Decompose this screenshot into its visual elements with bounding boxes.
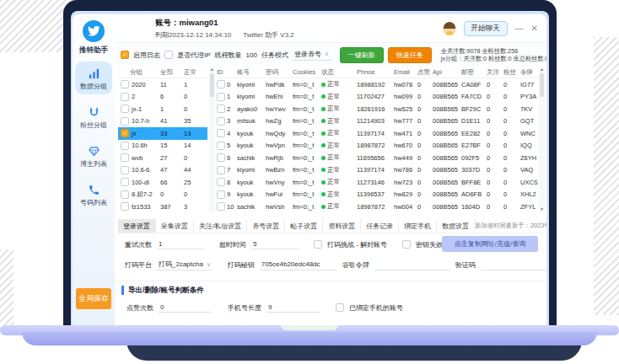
row-checkbox[interactable] — [121, 153, 129, 162]
row-checkbox[interactable] — [121, 178, 129, 186]
cell-Email: hw786 — [394, 166, 417, 174]
account-table-scrollbar[interactable]: ▲ ▼ — [539, 67, 545, 212]
cell-账号: sachik — [237, 203, 266, 211]
group-row[interactable]: jx-110 — [118, 103, 207, 115]
sidebar: 推特助手 数据分组粉丝分组博主列表号码列表 全局保存 — [73, 14, 116, 329]
row-checkbox[interactable] — [217, 190, 225, 199]
account-row[interactable]: 9kyoukhwFuifm=0;_t正常11396537hw8290008B56… — [217, 189, 539, 201]
tab-采集设置[interactable]: 采集设置 — [156, 219, 194, 233]
scroll-down-icon[interactable]: ▼ — [539, 206, 545, 212]
row-checkbox[interactable] — [121, 166, 129, 174]
account-row[interactable]: 0kiyomihwPdkfm=0;_t正常18988192hw0780008B5… — [217, 78, 539, 91]
tab-关注/私信设置[interactable]: 关注/私信设置 — [194, 219, 247, 233]
key-invalid-checkbox[interactable] — [402, 240, 411, 249]
cell-ID: 7 — [217, 166, 237, 174]
timeout-label: 超时时间 — [219, 240, 246, 249]
phone-length-input[interactable]: 9 — [266, 302, 320, 313]
tab-数据设置[interactable]: 数据设置 — [437, 219, 475, 233]
group-row[interactable]: wvb270 — [118, 152, 207, 164]
group-row[interactable]: 100-dl6625 — [118, 176, 207, 189]
row-checkbox[interactable]: ✓ — [121, 129, 129, 137]
twitter-logo-icon — [83, 20, 105, 42]
refresh-button[interactable]: 一键刷新 — [340, 47, 384, 63]
group-table-scrollbar[interactable]: ▲ — [209, 67, 215, 212]
retry-input[interactable]: 1 — [157, 239, 204, 249]
captcha-secret-input[interactable]: 705ce4b20edc48dc — [260, 260, 337, 270]
captcha-challenge-checkbox[interactable] — [314, 240, 322, 249]
minimize-button[interactable]: — — [515, 24, 524, 33]
threads-input[interactable]: 100 — [246, 51, 257, 59]
cell-Api: 008B565 — [433, 142, 461, 149]
row-checkbox[interactable] — [217, 80, 225, 88]
sidebar-item-number-list[interactable]: 号码列表 — [75, 178, 112, 211]
row-checkbox[interactable] — [217, 142, 225, 150]
row-checkbox[interactable] — [121, 104, 129, 113]
tab-绑定手机[interactable]: 绑定手机 — [399, 219, 437, 233]
row-checkbox[interactable] — [121, 80, 129, 88]
cell-密码: hwFui — [266, 190, 293, 198]
like-count-input[interactable]: 0 — [159, 302, 213, 313]
row-checkbox[interactable] — [121, 202, 129, 211]
close-button[interactable]: ✕ — [531, 24, 538, 33]
group-row[interactable]: 10.6h1514 — [118, 140, 207, 153]
group-row[interactable]: 10.6-6.4744 — [118, 164, 207, 177]
sidebar-item-blogger-list[interactable]: 博主列表 — [75, 139, 112, 172]
group-row[interactable]: 10.7-h4135 — [118, 115, 207, 128]
account-row[interactable]: 4kyoukhwQdyfm=0;_t正常11397174hw4710008B56… — [217, 127, 539, 140]
sidebar-item-data-group[interactable]: 数据分组 — [75, 62, 112, 94]
row-checkbox[interactable] — [121, 93, 129, 101]
group-row[interactable]: 2020111 — [118, 78, 207, 91]
cell-ID: 2 — [217, 104, 237, 113]
account-row[interactable]: 5kyoukhwVpnfm=0;_t正常18987872hw6700008B56… — [217, 140, 539, 153]
tab-任务记录[interactable]: 任务记录 — [361, 219, 399, 233]
tab-养号设置[interactable]: 养号设置 — [247, 219, 285, 233]
row-checkbox[interactable] — [217, 129, 225, 137]
cell-点赞: 0 — [417, 190, 433, 198]
row-checkbox[interactable] — [217, 202, 225, 211]
group-row[interactable]: ✓jx3313 — [118, 127, 207, 140]
cell-邮密: 092F5 — [461, 154, 487, 162]
group-row[interactable]: fz15333873 — [118, 201, 207, 213]
global-save-button[interactable]: 全局保存 — [76, 288, 111, 309]
proxy-ip-checkbox[interactable] — [164, 51, 173, 59]
google-token-input[interactable] — [374, 260, 450, 270]
verify-code-input[interactable] — [481, 260, 546, 270]
task-mode-select[interactable]: 登录养号 ∨ — [293, 50, 332, 61]
row-checkbox[interactable] — [217, 104, 225, 113]
row-checkbox[interactable] — [217, 93, 225, 101]
bound-phone-checkbox[interactable] — [336, 303, 344, 312]
quick-task-button[interactable]: 快速任务 — [388, 47, 432, 63]
group-row[interactable]: 8.姐7-200 — [118, 189, 207, 201]
row-checkbox[interactable] — [121, 117, 129, 126]
timeout-input[interactable]: 5 — [251, 239, 299, 249]
tab-帖子设置[interactable]: 帖子设置 — [285, 219, 323, 233]
account-row[interactable]: 6sachikhwRjbfm=0;_t正常11695656hw4490008B5… — [217, 152, 539, 164]
cell-关注: 0 — [487, 190, 503, 198]
group-row[interactable]: 260 — [118, 91, 207, 104]
account-row[interactable]: 10sachikhwVshfm=0;_t正常18987872hw0040008B… — [217, 201, 539, 213]
account-row[interactable]: 2ayako0hwYwvfm=0;_t正常18261916hw5250008B5… — [217, 103, 539, 115]
captcha-platform-select[interactable]: 打码_2captcha ∨ — [157, 260, 213, 270]
account-row[interactable]: 8kyoukhwVnyfm=0;_t正常11273146hw7230008B56… — [217, 176, 539, 189]
tab-登录设置[interactable]: 登录设置 — [118, 219, 156, 233]
account-row[interactable]: 3mitsukhwZgfm=0;_t正常11214903hw7770008B56… — [217, 115, 539, 128]
row-checkbox[interactable] — [217, 117, 225, 126]
google-token-label: 谷歌令牌 — [342, 260, 369, 270]
row-checkbox[interactable] — [217, 166, 225, 174]
account-row[interactable]: 1kiyomihwEhifm=0;_t正常11702427hw0990008B5… — [217, 91, 539, 104]
scroll-up-icon[interactable]: ▲ — [540, 67, 544, 72]
scrollbar-thumb[interactable] — [540, 73, 544, 97]
row-checkbox[interactable] — [121, 190, 129, 199]
row-checkbox[interactable] — [217, 153, 225, 162]
row-checkbox[interactable] — [121, 142, 129, 150]
account-row[interactable]: 7kiyomihwBznfm=0;_t正常11397174hw7860008B5… — [217, 164, 539, 177]
start-chat-button[interactable]: 开始聊天 — [464, 21, 508, 36]
row-checkbox[interactable] — [217, 178, 225, 186]
enable-log-checkbox[interactable]: ✓ — [121, 51, 129, 59]
scroll-up-icon[interactable]: ▲ — [210, 67, 214, 72]
group-name: fz1533 — [132, 203, 151, 211]
tab-资料设置[interactable]: 资料设置 — [323, 219, 361, 233]
scrollbar-thumb[interactable] — [210, 73, 214, 97]
sidebar-item-fans-group[interactable]: 粉丝分组 — [75, 100, 112, 133]
copy-url-button[interactable]: 点击复制网址/充值/查询 — [442, 236, 538, 252]
